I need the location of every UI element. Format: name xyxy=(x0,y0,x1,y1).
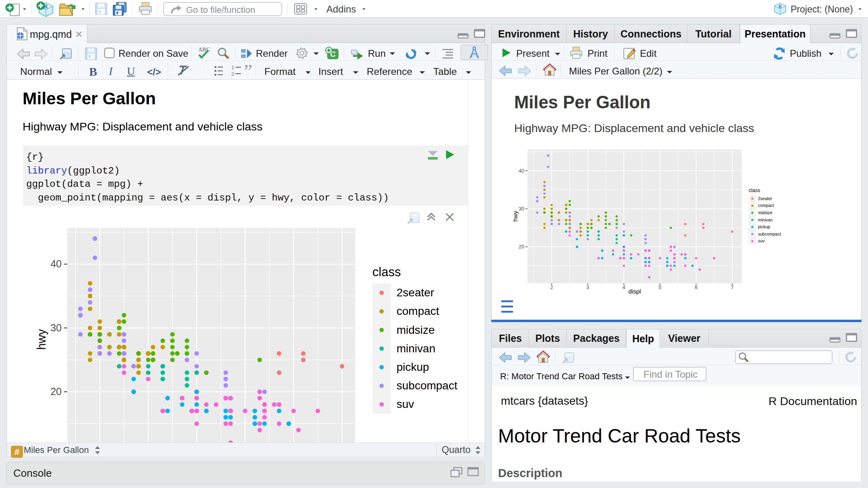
svg-text:5: 5 xyxy=(658,285,661,290)
svg-text:minivan: minivan xyxy=(397,342,435,355)
svg-text:2: 2 xyxy=(231,71,234,76)
svg-text:midsize: midsize xyxy=(397,324,435,336)
svg-text:1: 1 xyxy=(231,65,234,70)
svg-text:compact: compact xyxy=(397,305,439,317)
svg-text:2: 2 xyxy=(550,285,553,290)
svg-text:R: R xyxy=(779,4,782,9)
svg-text:3: 3 xyxy=(586,285,589,290)
svg-text:hwy: hwy xyxy=(35,329,48,350)
svg-text:30: 30 xyxy=(519,206,524,212)
svg-text:ABC: ABC xyxy=(198,47,210,53)
svg-text:7: 7 xyxy=(731,285,734,290)
svg-text:displ: displ xyxy=(629,288,641,295)
svg-text:class: class xyxy=(372,265,401,279)
svg-text:subcompact: subcompact xyxy=(397,379,457,392)
svg-text:midsize: midsize xyxy=(758,210,772,215)
svg-text:2seater: 2seater xyxy=(758,196,772,201)
svg-text:6: 6 xyxy=(695,285,698,290)
svg-text:pickup: pickup xyxy=(758,224,770,229)
svg-text:suv: suv xyxy=(397,398,414,410)
svg-text:4: 4 xyxy=(623,285,625,290)
svg-text:20: 20 xyxy=(50,386,62,397)
svg-text:#: # xyxy=(15,447,19,457)
svg-text:compact: compact xyxy=(758,203,774,208)
svg-text:subcompact: subcompact xyxy=(758,232,781,236)
svg-text:suv: suv xyxy=(758,238,765,243)
svg-text:40: 40 xyxy=(519,168,524,174)
svg-text:minivan: minivan xyxy=(758,217,772,222)
svg-text:pickup: pickup xyxy=(397,361,429,373)
svg-text:20: 20 xyxy=(519,244,524,250)
svg-text:hwy: hwy xyxy=(512,211,519,221)
svg-text:2seater: 2seater xyxy=(397,286,434,299)
svg-text:30: 30 xyxy=(50,322,62,333)
svg-text:40: 40 xyxy=(50,258,62,269)
svg-text:class: class xyxy=(749,188,760,193)
